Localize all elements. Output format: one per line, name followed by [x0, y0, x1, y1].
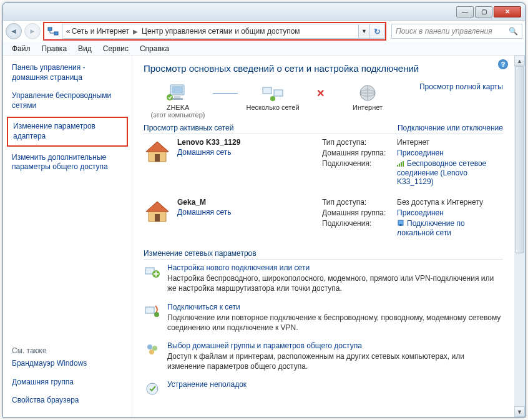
svg-rect-19: [399, 224, 402, 226]
maximize-button[interactable]: ▢: [475, 6, 492, 17]
minimize-button[interactable]: —: [456, 6, 474, 17]
connection-link[interactable]: Подключение по локальной сети: [397, 219, 465, 237]
svg-point-23: [154, 312, 159, 317]
menu-edit[interactable]: Правка: [37, 43, 72, 54]
lan-plug-icon: [397, 219, 404, 228]
connection-link[interactable]: Беспроводное сетевое соединение (Lenovo …: [397, 159, 486, 186]
label-access: Тип доступа:: [322, 198, 397, 207]
nav-row: ◄ ► « Сеть и Интернет ▶ Центр управления…: [3, 21, 525, 42]
address-bar[interactable]: « Сеть и Интернет ▶ Центр управления сет…: [62, 24, 359, 39]
menu-view[interactable]: Вид: [73, 43, 97, 54]
view-full-map-link[interactable]: Просмотр полной карты: [419, 82, 503, 91]
menu-file[interactable]: Файл: [7, 43, 36, 54]
window-frame: — ▢ ✕ ◄ ► « Сеть и Интернет ▶ Центр упра…: [2, 2, 526, 418]
menu-help[interactable]: Справка: [135, 43, 174, 54]
titlebar[interactable]: — ▢ ✕: [3, 3, 525, 21]
svg-rect-17: [155, 214, 160, 222]
value-access: Интернет: [397, 138, 503, 147]
task-link[interactable]: Выбор домашней группы и параметров общег…: [167, 341, 503, 350]
home-network-icon: [144, 138, 171, 165]
svg-rect-8: [274, 90, 283, 96]
breadcrumb-prefix: «: [66, 27, 71, 36]
sidebar-browser[interactable]: Свойства браузера: [7, 393, 128, 408]
homegroup-icon: [144, 341, 161, 359]
svg-rect-13: [397, 165, 398, 167]
back-button[interactable]: ◄: [6, 23, 22, 39]
map-node-internet: Интернет: [333, 82, 402, 111]
troubleshoot-icon: [144, 380, 161, 398]
address-bar-highlight: « Сеть и Интернет ▶ Центр управления сет…: [43, 22, 386, 41]
sidebar-firewall[interactable]: Брандмауэр Windows: [7, 356, 128, 371]
page-title: Просмотр основных сведений о сети и наст…: [144, 63, 503, 74]
connect-disconnect-link[interactable]: Подключение или отключение: [398, 124, 503, 132]
homegroup-link[interactable]: Присоединен: [397, 208, 503, 217]
sidebar-homegroup[interactable]: Домашняя группа: [7, 375, 128, 390]
sidebar-wireless[interactable]: Управление беспроводными сетями: [7, 89, 128, 113]
forward-button[interactable]: ►: [24, 23, 41, 39]
menu-bar: Файл Правка Вид Сервис Справка: [3, 42, 525, 56]
wifi-signal-icon: [397, 160, 404, 168]
svg-point-9: [270, 96, 275, 101]
homegroup-link[interactable]: Присоединен: [397, 149, 503, 157]
search-placeholder: Поиск в панели управления: [396, 27, 492, 36]
sidebar-sharing[interactable]: Изменить дополнительные параметры общего…: [7, 150, 128, 175]
map-line-1: [212, 82, 238, 104]
map-line-broken: ✕: [307, 82, 333, 104]
label-connections: Подключения:: [322, 219, 397, 237]
map-node-name: ZHEKA: [144, 104, 212, 111]
task-desc: Доступ к файлам и принтерам, расположенн…: [167, 351, 503, 371]
map-node-name: Несколько сетей: [238, 104, 307, 111]
svg-rect-14: [399, 164, 400, 167]
globe-icon: [333, 82, 402, 104]
help-icon[interactable]: ?: [498, 59, 508, 69]
network-type-link[interactable]: Домашняя сеть: [177, 148, 316, 157]
svg-rect-1: [54, 32, 58, 35]
task-desc: Подключение или повторное подключение к …: [167, 313, 503, 333]
task-connect-network: Подключиться к сети Подключение или повт…: [144, 303, 503, 333]
map-node-networks: Несколько сетей: [238, 82, 307, 111]
main-content: ? Просмотр основных сведений о сети и на…: [132, 56, 514, 417]
computer-icon: [144, 82, 212, 104]
svg-rect-4: [174, 96, 180, 98]
active-networks-header: Просмотр активных сетей Подключение или …: [144, 124, 503, 134]
svg-point-6: [167, 94, 173, 100]
svg-point-26: [149, 349, 154, 354]
task-link[interactable]: Настройка нового подключения или сети: [167, 263, 503, 272]
refresh-button[interactable]: ↻: [370, 24, 385, 39]
menu-tools[interactable]: Сервис: [98, 43, 134, 54]
network-name: Lenovo K33_1129: [177, 138, 316, 147]
home-network-icon: [144, 198, 171, 225]
svg-rect-3: [172, 86, 183, 94]
label-homegroup: Домашняя группа:: [322, 208, 397, 217]
network-type-link[interactable]: Домашняя сеть: [177, 208, 316, 217]
address-dropdown-button[interactable]: ▼: [359, 24, 370, 39]
svg-rect-0: [48, 27, 52, 31]
breadcrumb-1[interactable]: Сеть и Интернет: [71, 27, 130, 36]
svg-point-24: [147, 344, 152, 349]
task-homegroup-sharing: Выбор домашней группы и параметров общег…: [144, 341, 503, 371]
vertical-scrollbar[interactable]: ▲ ▼: [514, 56, 525, 417]
scroll-track[interactable]: [514, 66, 525, 406]
search-input[interactable]: Поиск в панели управления 🔍: [391, 24, 522, 39]
close-button[interactable]: ✕: [494, 6, 521, 17]
body-split: Панель управления - домашняя страница Уп…: [3, 56, 525, 417]
breadcrumb-2[interactable]: Центр управления сетями и общим доступом: [140, 27, 301, 36]
change-settings-header: Изменение сетевых параметров: [144, 249, 503, 260]
sidebar-adapter-settings[interactable]: Изменение параметров адаптера: [7, 117, 128, 146]
sidebar-see-also-label: См. также: [7, 344, 128, 356]
label-connections: Подключения:: [322, 159, 397, 186]
search-icon: 🔍: [509, 27, 518, 36]
broken-x-icon: ✕: [316, 87, 325, 99]
scroll-thumb[interactable]: [515, 66, 524, 253]
sidebar-home[interactable]: Панель управления - домашняя страница: [7, 61, 128, 85]
label-access: Тип доступа:: [322, 138, 397, 147]
task-link[interactable]: Подключиться к сети: [167, 303, 503, 311]
networks-icon: [238, 82, 307, 104]
network-entry-2: Geka_M Домашняя сеть Тип доступа:Без дос…: [144, 198, 503, 239]
scroll-down-button[interactable]: ▼: [514, 406, 525, 417]
scroll-up-button[interactable]: ▲: [514, 56, 525, 66]
network-name: Geka_M: [177, 198, 316, 207]
task-link[interactable]: Устранение неполадок: [167, 380, 503, 389]
network-map: ZHEKA (этот компьютер) Несколько сетей ✕: [144, 82, 503, 119]
breadcrumb-sep-icon: ▶: [130, 28, 140, 35]
